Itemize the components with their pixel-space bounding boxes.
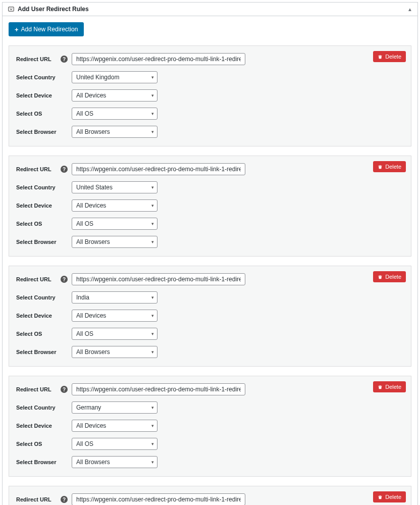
browser-select-wrap: ▾ [72, 236, 158, 248]
svg-rect-0 [9, 7, 14, 11]
redirect-url-row: Redirect URL ? [16, 493, 404, 505]
redirect-url-row: Redirect URL ? [16, 163, 404, 175]
browser-select[interactable] [72, 236, 158, 248]
redirect-rules-panel: Add User Redirect Rules ▲ + Add New Redi… [2, 2, 418, 505]
country-label: Select Country [16, 294, 61, 300]
trash-icon [378, 384, 383, 390]
panel-header: Add User Redirect Rules ▲ [3, 3, 417, 16]
country-select-wrap: ▾ [72, 181, 158, 193]
os-row: Select OS ▾ [16, 328, 404, 340]
device-select[interactable] [72, 199, 158, 212]
browser-label: Select Browser [16, 239, 61, 245]
os-select[interactable] [72, 438, 158, 450]
help-icon[interactable]: ? [61, 56, 68, 63]
country-row: Select Country ▾ [16, 181, 404, 193]
device-select[interactable] [72, 310, 158, 322]
os-label: Select OS [16, 111, 61, 117]
delete-rule-button[interactable]: Delete [373, 51, 406, 62]
trash-icon [378, 164, 383, 170]
redirect-rule-card: Delete Redirect URL ? Select Country ▾ S… [9, 376, 411, 477]
help-icon[interactable]: ? [61, 276, 68, 283]
country-select[interactable] [72, 401, 158, 414]
os-row: Select OS ▾ [16, 108, 404, 120]
os-label: Select OS [16, 441, 61, 447]
device-select-wrap: ▾ [72, 310, 158, 322]
redirect-url-row: Redirect URL ? [16, 273, 404, 285]
os-row: Select OS ▾ [16, 438, 404, 450]
device-row: Select Device ▾ [16, 199, 404, 212]
redirect-url-input[interactable] [72, 383, 245, 395]
browser-select-wrap: ▾ [72, 346, 158, 358]
redirect-url-label: Redirect URL [16, 276, 61, 282]
redirect-rule-card: Delete Redirect URL ? Select Country ▾ S… [9, 156, 411, 257]
redirect-url-label: Redirect URL [16, 56, 61, 62]
redirect-url-input[interactable] [72, 273, 245, 285]
os-select[interactable] [72, 108, 158, 120]
country-row: Select Country ▾ [16, 291, 404, 304]
delete-rule-button[interactable]: Delete [373, 271, 406, 282]
device-label: Select Device [16, 203, 61, 209]
browser-label: Select Browser [16, 349, 61, 355]
device-select-wrap: ▾ [72, 89, 158, 102]
redirect-url-row: Redirect URL ? [16, 383, 404, 395]
browser-label: Select Browser [16, 129, 61, 135]
plus-icon: + [15, 26, 19, 33]
device-label: Select Device [16, 92, 61, 98]
country-select[interactable] [72, 71, 158, 83]
redirect-url-label: Redirect URL [16, 496, 61, 502]
device-label: Select Device [16, 423, 61, 429]
redirect-url-label: Redirect URL [16, 386, 61, 392]
os-select[interactable] [72, 218, 158, 230]
browser-row: Select Browser ▾ [16, 346, 404, 358]
redirect-url-input[interactable] [72, 493, 245, 505]
help-icon[interactable]: ? [61, 166, 68, 173]
browser-select[interactable] [72, 126, 158, 138]
delete-rule-button[interactable]: Delete [373, 381, 406, 392]
device-row: Select Device ▾ [16, 310, 404, 322]
country-select-wrap: ▾ [72, 401, 158, 414]
redirect-rule-card: Delete Redirect URL ? Select Country ▾ S… [9, 45, 411, 146]
redirect-url-label: Redirect URL [16, 166, 61, 172]
redirect-url-row: Redirect URL ? [16, 53, 404, 65]
help-icon[interactable]: ? [61, 496, 68, 503]
collapse-toggle-icon[interactable]: ▲ [407, 7, 412, 12]
device-select[interactable] [72, 420, 158, 432]
country-row: Select Country ▾ [16, 71, 404, 83]
delete-label: Delete [385, 54, 401, 60]
redirect-url-input[interactable] [72, 53, 245, 65]
os-label: Select OS [16, 221, 61, 227]
browser-select[interactable] [72, 346, 158, 358]
delete-label: Delete [385, 274, 401, 280]
redirect-url-input[interactable] [72, 163, 245, 175]
os-select-wrap: ▾ [72, 218, 158, 230]
browser-select[interactable] [72, 456, 158, 468]
country-select-wrap: ▾ [72, 71, 158, 83]
device-label: Select Device [16, 313, 61, 319]
add-new-redirection-button[interactable]: + Add New Redirection [9, 22, 84, 36]
delete-label: Delete [385, 164, 401, 170]
panel-body: + Add New Redirection Delete Redirect UR… [3, 16, 417, 505]
device-row: Select Device ▾ [16, 420, 404, 432]
device-select-wrap: ▾ [72, 199, 158, 212]
os-select-wrap: ▾ [72, 438, 158, 450]
os-row: Select OS ▾ [16, 218, 404, 230]
help-icon[interactable]: ? [61, 386, 68, 393]
device-select[interactable] [72, 89, 158, 102]
browser-label: Select Browser [16, 459, 61, 465]
delete-label: Delete [385, 494, 401, 500]
delete-label: Delete [385, 384, 401, 390]
country-row: Select Country ▾ [16, 401, 404, 414]
trash-icon [378, 494, 383, 500]
browser-select-wrap: ▾ [72, 126, 158, 138]
country-label: Select Country [16, 184, 61, 190]
country-select[interactable] [72, 181, 158, 193]
country-label: Select Country [16, 74, 61, 80]
country-select-wrap: ▾ [72, 291, 158, 304]
delete-rule-button[interactable]: Delete [373, 491, 406, 502]
delete-rule-button[interactable]: Delete [373, 161, 406, 172]
country-select[interactable] [72, 291, 158, 304]
browser-row: Select Browser ▾ [16, 236, 404, 248]
os-label: Select OS [16, 331, 61, 337]
browser-row: Select Browser ▾ [16, 126, 404, 138]
os-select[interactable] [72, 328, 158, 340]
